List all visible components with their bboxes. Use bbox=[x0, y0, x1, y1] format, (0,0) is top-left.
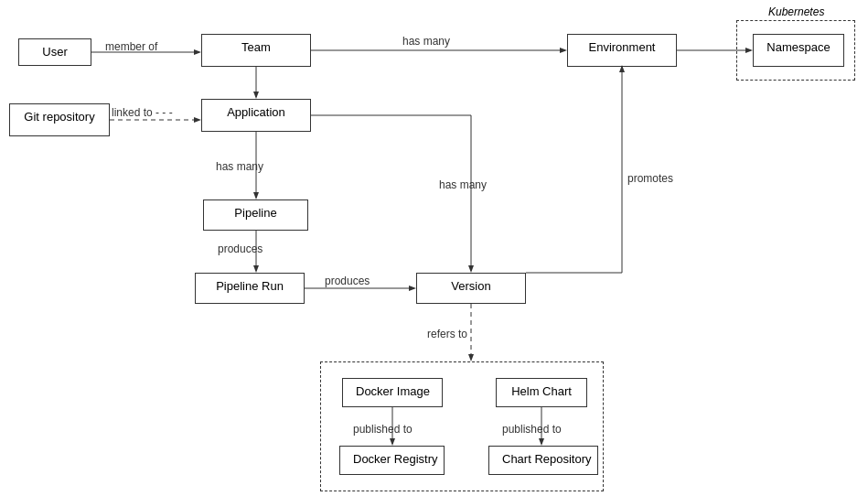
user-node: User bbox=[18, 38, 91, 66]
label-refers-to: refers to bbox=[427, 328, 467, 340]
application-node: Application bbox=[201, 99, 311, 132]
label-produces-run: produces bbox=[325, 275, 370, 287]
label-has-many-app: has many bbox=[216, 160, 263, 173]
label-promotes: promotes bbox=[627, 172, 673, 185]
namespace-node: Namespace bbox=[753, 34, 844, 67]
label-published-to-helm: published to bbox=[502, 423, 562, 436]
label-linked-to: linked to - - - bbox=[112, 106, 173, 119]
label-has-many-version: has many bbox=[439, 178, 487, 191]
pipeline-run-node: Pipeline Run bbox=[195, 273, 305, 304]
helm-chart-node: Helm Chart bbox=[496, 378, 587, 407]
kubernetes-label: Kubernetes bbox=[768, 5, 824, 18]
version-node: Version bbox=[416, 273, 526, 304]
git-repository-node: Git repository bbox=[9, 103, 110, 136]
label-member-of: member of bbox=[105, 40, 157, 53]
environment-node: Environment bbox=[567, 34, 677, 67]
diagram-container: Kubernetes User Team Environment Namespa… bbox=[0, 0, 868, 496]
team-node: Team bbox=[201, 34, 311, 67]
label-published-to-docker: published to bbox=[353, 423, 413, 436]
label-has-many-team-env: has many bbox=[402, 35, 450, 48]
pipeline-node: Pipeline bbox=[203, 199, 308, 231]
docker-image-node: Docker Image bbox=[342, 378, 443, 407]
label-produces-pipeline: produces bbox=[218, 243, 263, 255]
docker-registry-node: Docker Registry bbox=[339, 446, 445, 475]
chart-repository-node: Chart Repository bbox=[488, 446, 598, 475]
